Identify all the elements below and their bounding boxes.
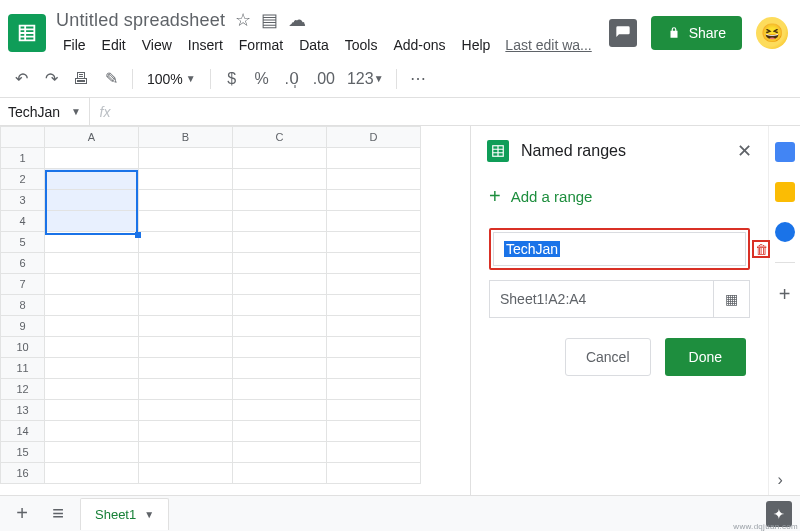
account-avatar[interactable]: 😆 [756, 17, 788, 49]
fx-icon: fx [90, 104, 120, 120]
menu-format[interactable]: Format [232, 33, 290, 57]
header: Untitled spreadsheet ☆ ▤ ☁ File Edit Vie… [0, 0, 800, 60]
doc-title[interactable]: Untitled spreadsheet [56, 10, 225, 31]
move-icon[interactable]: ▤ [261, 9, 278, 31]
cancel-button[interactable]: Cancel [565, 338, 651, 376]
selection-handle[interactable] [135, 232, 141, 238]
menu-tools[interactable]: Tools [338, 33, 385, 57]
hide-rail-icon[interactable]: › [778, 471, 792, 485]
col-header[interactable]: A [45, 127, 139, 148]
row-header[interactable]: 2 [1, 169, 45, 190]
menu-view[interactable]: View [135, 33, 179, 57]
get-addons-icon[interactable]: + [779, 283, 791, 306]
range-name-input[interactable]: TechJan [493, 232, 746, 266]
calendar-addon-icon[interactable] [775, 142, 795, 162]
select-data-range-icon[interactable]: ▦ [713, 281, 749, 317]
row-header[interactable]: 15 [1, 442, 45, 463]
decrease-decimal-icon[interactable]: .0̩ [279, 66, 305, 92]
explore-icon[interactable]: ✦ [766, 501, 792, 527]
menu-addons[interactable]: Add-ons [386, 33, 452, 57]
panel-title: Named ranges [521, 142, 725, 160]
menu-file[interactable]: File [56, 33, 93, 57]
increase-decimal-icon[interactable]: .00 [309, 66, 339, 92]
toolbar: ↶ ↷ 🖶 ✎ 100%▼ $ % .0̩ .00 123 ▼ ⋯ [0, 60, 800, 98]
row-header[interactable]: 13 [1, 400, 45, 421]
delete-range-icon[interactable]: 🗑 [752, 240, 770, 258]
undo-icon[interactable]: ↶ [8, 66, 34, 92]
menu-bar: File Edit View Insert Format Data Tools … [56, 33, 609, 57]
row-header[interactable]: 12 [1, 379, 45, 400]
side-rail: + › [768, 126, 800, 495]
row-header[interactable]: 7 [1, 274, 45, 295]
row-header[interactable]: 8 [1, 295, 45, 316]
keep-addon-icon[interactable] [775, 182, 795, 202]
all-sheets-icon[interactable]: ≡ [44, 500, 72, 528]
number-format-dropdown[interactable]: 123 ▼ [343, 66, 388, 92]
row-header[interactable]: 10 [1, 337, 45, 358]
col-header[interactable]: B [139, 127, 233, 148]
menu-insert[interactable]: Insert [181, 33, 230, 57]
more-toolbar-icon[interactable]: ⋯ [405, 66, 431, 92]
chevron-down-icon[interactable]: ▼ [144, 509, 154, 520]
sheet-tab[interactable]: Sheet1 ▼ [80, 498, 169, 530]
row-header[interactable]: 14 [1, 421, 45, 442]
col-header[interactable]: C [233, 127, 327, 148]
tasks-addon-icon[interactable] [775, 222, 795, 242]
paint-format-icon[interactable]: ✎ [98, 66, 124, 92]
sheets-mini-icon [487, 140, 509, 162]
col-header[interactable]: D [327, 127, 421, 148]
row-header[interactable]: 16 [1, 463, 45, 484]
comments-icon[interactable] [609, 19, 637, 47]
row-header[interactable]: 4 [1, 211, 45, 232]
redo-icon[interactable]: ↷ [38, 66, 64, 92]
last-edit-link[interactable]: Last edit wa... [505, 37, 591, 53]
row-header[interactable]: 1 [1, 148, 45, 169]
sheet-tab-bar: + ≡ Sheet1 ▼ ✦ [0, 495, 800, 531]
row-header[interactable]: 9 [1, 316, 45, 337]
name-box[interactable]: TechJan ▼ [0, 98, 90, 125]
menu-help[interactable]: Help [455, 33, 498, 57]
share-label: Share [689, 25, 726, 41]
row-header[interactable]: 6 [1, 253, 45, 274]
range-ref-input[interactable] [490, 281, 713, 317]
named-ranges-panel: Named ranges ✕ + Add a range TechJan 🗑 ▦ [470, 126, 768, 495]
percent-icon[interactable]: % [249, 66, 275, 92]
zoom-dropdown[interactable]: 100%▼ [141, 71, 202, 87]
row-header[interactable]: 5 [1, 232, 45, 253]
plus-icon: + [489, 185, 501, 208]
currency-icon[interactable]: $ [219, 66, 245, 92]
cloud-status-icon[interactable]: ☁ [288, 9, 306, 31]
select-all-corner[interactable] [1, 127, 45, 148]
close-icon[interactable]: ✕ [737, 140, 752, 162]
menu-data[interactable]: Data [292, 33, 336, 57]
row-header[interactable]: 3 [1, 190, 45, 211]
print-icon[interactable]: 🖶 [68, 66, 94, 92]
add-sheet-icon[interactable]: + [8, 500, 36, 528]
sheets-logo-icon[interactable] [8, 14, 46, 52]
share-button[interactable]: Share [651, 16, 742, 50]
menu-edit[interactable]: Edit [95, 33, 133, 57]
done-button[interactable]: Done [665, 338, 746, 376]
formula-bar: TechJan ▼ fx [0, 98, 800, 126]
chevron-down-icon: ▼ [71, 106, 81, 117]
row-header[interactable]: 11 [1, 358, 45, 379]
add-range-button[interactable]: + Add a range [471, 177, 768, 222]
star-icon[interactable]: ☆ [235, 9, 251, 31]
spreadsheet-grid[interactable]: A B C D 1 2 3 4 5 6 7 8 [0, 126, 421, 484]
